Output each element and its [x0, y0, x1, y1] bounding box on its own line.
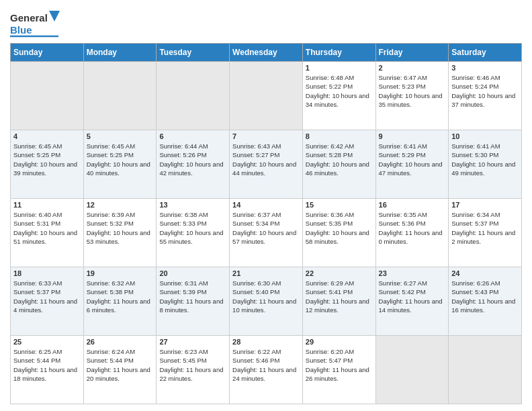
- day-number: 20: [159, 269, 226, 277]
- calendar-cell: 13Sunrise: 6:38 AMSunset: 5:33 PMDayligh…: [157, 199, 230, 267]
- sunrise-text: Sunrise: 6:35 AM: [379, 210, 446, 219]
- calendar-cell: 2Sunrise: 6:47 AMSunset: 5:23 PMDaylight…: [375, 62, 449, 130]
- sunset-text: Sunset: 5:38 PM: [87, 287, 154, 296]
- sunset-text: Sunset: 5:43 PM: [451, 287, 519, 296]
- daylight-text: Daylight: 11 hours and 6 minutes.: [87, 297, 154, 315]
- day-number: 19: [87, 269, 154, 277]
- day-number: 2: [379, 64, 446, 72]
- sunset-text: Sunset: 5:45 PM: [159, 356, 226, 365]
- sunrise-text: Sunrise: 6:36 AM: [306, 210, 373, 219]
- calendar-cell: [83, 62, 157, 130]
- sunrise-text: Sunrise: 6:45 AM: [13, 142, 81, 150]
- calendar-cell: [11, 62, 84, 130]
- day-number: 24: [451, 269, 519, 277]
- daylight-text: Daylight: 11 hours and 24 minutes.: [232, 365, 300, 383]
- cell-content: Sunrise: 6:36 AMSunset: 5:35 PMDaylight:…: [306, 210, 373, 246]
- calendar-cell: [230, 62, 303, 130]
- sunrise-text: Sunrise: 6:22 AM: [232, 347, 300, 356]
- day-number: 22: [306, 269, 373, 277]
- cell-content: Sunrise: 6:41 AMSunset: 5:30 PMDaylight:…: [451, 142, 519, 177]
- sunrise-text: Sunrise: 6:31 AM: [159, 279, 226, 287]
- col-thursday: Thursday: [302, 44, 375, 62]
- cell-content: Sunrise: 6:44 AMSunset: 5:26 PMDaylight:…: [159, 142, 226, 177]
- calendar-cell: 15Sunrise: 6:36 AMSunset: 5:35 PMDayligh…: [302, 199, 375, 267]
- sunset-text: Sunset: 5:35 PM: [306, 219, 373, 228]
- sunset-text: Sunset: 5:25 PM: [13, 150, 81, 159]
- daylight-text: Daylight: 10 hours and 46 minutes.: [306, 160, 373, 178]
- daylight-text: Daylight: 11 hours and 14 minutes.: [379, 297, 446, 315]
- day-number: 1: [306, 64, 373, 72]
- sunset-text: Sunset: 5:40 PM: [232, 287, 300, 296]
- calendar-cell: 17Sunrise: 6:34 AMSunset: 5:37 PMDayligh…: [449, 199, 522, 267]
- sunrise-text: Sunrise: 6:48 AM: [306, 73, 373, 82]
- calendar-cell: 3Sunrise: 6:46 AMSunset: 5:24 PMDaylight…: [449, 62, 522, 130]
- calendar-cell: 26Sunrise: 6:24 AMSunset: 5:44 PMDayligh…: [83, 336, 157, 404]
- daylight-text: Daylight: 10 hours and 39 minutes.: [13, 160, 81, 178]
- day-number: 8: [306, 132, 373, 140]
- calendar-cell: 29Sunrise: 6:20 AMSunset: 5:47 PMDayligh…: [302, 336, 375, 404]
- sunset-text: Sunset: 5:47 PM: [306, 356, 373, 365]
- sunset-text: Sunset: 5:34 PM: [232, 219, 300, 228]
- cell-content: Sunrise: 6:32 AMSunset: 5:38 PMDaylight:…: [87, 279, 154, 314]
- daylight-text: Daylight: 10 hours and 40 minutes.: [87, 160, 154, 178]
- sunrise-text: Sunrise: 6:24 AM: [87, 347, 154, 356]
- cell-content: Sunrise: 6:25 AMSunset: 5:44 PMDaylight:…: [13, 347, 81, 383]
- sunrise-text: Sunrise: 6:34 AM: [451, 210, 519, 219]
- cell-content: Sunrise: 6:22 AMSunset: 5:46 PMDaylight:…: [232, 347, 300, 383]
- sunset-text: Sunset: 5:44 PM: [13, 356, 81, 365]
- sunset-text: Sunset: 5:26 PM: [159, 150, 226, 159]
- sunrise-text: Sunrise: 6:47 AM: [379, 73, 446, 82]
- svg-marker-1: [49, 11, 60, 21]
- sunset-text: Sunset: 5:44 PM: [87, 356, 154, 365]
- cell-content: Sunrise: 6:41 AMSunset: 5:29 PMDaylight:…: [379, 142, 446, 177]
- day-number: 12: [87, 201, 154, 209]
- sunset-text: Sunset: 5:37 PM: [451, 219, 519, 228]
- daylight-text: Daylight: 11 hours and 12 minutes.: [306, 297, 373, 315]
- daylight-text: Daylight: 10 hours and 35 minutes.: [379, 91, 446, 109]
- calendar-cell: 20Sunrise: 6:31 AMSunset: 5:39 PMDayligh…: [157, 267, 230, 336]
- cell-content: Sunrise: 6:45 AMSunset: 5:25 PMDaylight:…: [13, 142, 81, 177]
- day-number: 25: [13, 338, 81, 346]
- calendar-cell: 1Sunrise: 6:48 AMSunset: 5:22 PMDaylight…: [302, 62, 375, 130]
- sunset-text: Sunset: 5:28 PM: [306, 150, 373, 159]
- day-number: 17: [451, 201, 519, 209]
- daylight-text: Daylight: 11 hours and 8 minutes.: [159, 297, 226, 315]
- cell-content: Sunrise: 6:38 AMSunset: 5:33 PMDaylight:…: [159, 210, 226, 246]
- daylight-text: Daylight: 10 hours and 53 minutes.: [87, 228, 154, 246]
- cell-content: Sunrise: 6:34 AMSunset: 5:37 PMDaylight:…: [451, 210, 519, 246]
- daylight-text: Daylight: 10 hours and 55 minutes.: [159, 228, 226, 246]
- svg-text:Blue: Blue: [10, 24, 32, 36]
- calendar-cell: [375, 336, 449, 404]
- daylight-text: Daylight: 11 hours and 2 minutes.: [451, 228, 519, 246]
- cell-content: Sunrise: 6:39 AMSunset: 5:32 PMDaylight:…: [87, 210, 154, 246]
- cell-content: Sunrise: 6:27 AMSunset: 5:42 PMDaylight:…: [379, 279, 446, 314]
- week-row-4: 25Sunrise: 6:25 AMSunset: 5:44 PMDayligh…: [11, 336, 522, 404]
- sunrise-text: Sunrise: 6:41 AM: [379, 142, 446, 150]
- day-number: 14: [232, 201, 300, 209]
- day-number: 29: [306, 338, 373, 346]
- sunrise-text: Sunrise: 6:23 AM: [159, 347, 226, 356]
- day-number: 10: [451, 132, 519, 140]
- calendar-cell: 25Sunrise: 6:25 AMSunset: 5:44 PMDayligh…: [11, 336, 84, 404]
- calendar-cell: 21Sunrise: 6:30 AMSunset: 5:40 PMDayligh…: [230, 267, 303, 336]
- sunrise-text: Sunrise: 6:45 AM: [87, 142, 154, 150]
- calendar-cell: 10Sunrise: 6:41 AMSunset: 5:30 PMDayligh…: [449, 130, 522, 199]
- cell-content: Sunrise: 6:24 AMSunset: 5:44 PMDaylight:…: [87, 347, 154, 383]
- calendar-cell: 11Sunrise: 6:40 AMSunset: 5:31 PMDayligh…: [11, 199, 84, 267]
- daylight-text: Daylight: 10 hours and 57 minutes.: [232, 228, 300, 246]
- daylight-text: Daylight: 11 hours and 26 minutes.: [306, 365, 373, 383]
- week-row-1: 4Sunrise: 6:45 AMSunset: 5:25 PMDaylight…: [11, 130, 522, 199]
- daylight-text: Daylight: 11 hours and 0 minutes.: [379, 228, 446, 246]
- day-number: 27: [159, 338, 226, 346]
- sunrise-text: Sunrise: 6:44 AM: [159, 142, 226, 150]
- daylight-text: Daylight: 11 hours and 16 minutes.: [451, 297, 519, 315]
- calendar-cell: 8Sunrise: 6:42 AMSunset: 5:28 PMDaylight…: [302, 130, 375, 199]
- calendar-cell: 22Sunrise: 6:29 AMSunset: 5:41 PMDayligh…: [302, 267, 375, 336]
- cell-content: Sunrise: 6:26 AMSunset: 5:43 PMDaylight:…: [451, 279, 519, 314]
- sunrise-text: Sunrise: 6:33 AM: [13, 279, 81, 287]
- cell-content: Sunrise: 6:45 AMSunset: 5:25 PMDaylight:…: [87, 142, 154, 177]
- day-number: 15: [306, 201, 373, 209]
- day-number: 4: [13, 132, 81, 140]
- calendar-cell: 12Sunrise: 6:39 AMSunset: 5:32 PMDayligh…: [83, 199, 157, 267]
- calendar-cell: 27Sunrise: 6:23 AMSunset: 5:45 PMDayligh…: [157, 336, 230, 404]
